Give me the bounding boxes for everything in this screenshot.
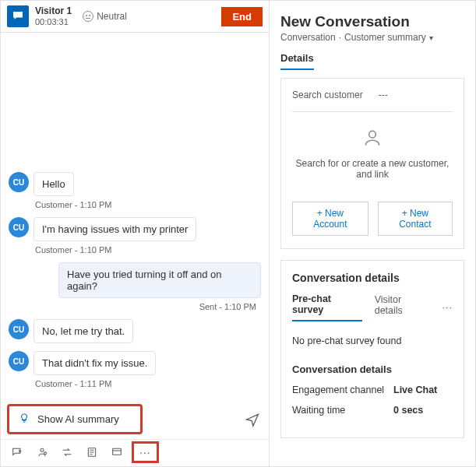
app-root: Visitor 1 00:03:31 Neutral End CU Hello … bbox=[0, 0, 476, 467]
kv-key: Waiting time bbox=[292, 405, 393, 416]
search-customer-value: --- bbox=[379, 90, 388, 100]
svg-point-4 bbox=[369, 131, 376, 138]
message-row: CU Hello bbox=[9, 172, 261, 196]
conversation-details-card: Conversation details Pre-chat survey Vis… bbox=[280, 260, 464, 438]
ai-summary-bar: Show AI summary bbox=[1, 399, 269, 439]
svg-point-0 bbox=[41, 448, 44, 451]
prechat-empty-message: No pre-chat survey found bbox=[292, 335, 453, 346]
tab-visitor-details[interactable]: Visitor details bbox=[375, 294, 430, 321]
conversation-details-section-title: Conversation details bbox=[292, 363, 453, 375]
side-panel: New Conversation Conversation · Customer… bbox=[270, 1, 475, 466]
message-bubble-incoming: I'm having issues with my printer bbox=[33, 217, 196, 241]
message-meta: Customer - 1:11 PM bbox=[35, 379, 261, 388]
chat-toolbar: ··· bbox=[1, 439, 269, 466]
message-row: Have you tried turning it off and on aga… bbox=[9, 262, 261, 298]
kv-row: Waiting time 0 secs bbox=[292, 405, 453, 416]
new-account-button[interactable]: + New Account bbox=[292, 202, 368, 236]
transcript-spacer bbox=[9, 39, 261, 172]
message-meta: Sent - 1:10 PM bbox=[9, 302, 256, 311]
chat-header: Visitor 1 00:03:31 Neutral End bbox=[1, 1, 269, 33]
message-bubble-outgoing: Have you tried turning it off and on aga… bbox=[58, 262, 261, 298]
tab-prechat-survey[interactable]: Pre-chat survey bbox=[292, 293, 362, 321]
conversation-details-tabs: Pre-chat survey Visitor details ··· bbox=[292, 293, 453, 321]
knowledge-icon[interactable] bbox=[110, 445, 124, 459]
customer-card: Search customer --- Search for or create… bbox=[280, 78, 464, 249]
message-bubble-incoming: Hello bbox=[33, 172, 74, 196]
customer-avatar: CU bbox=[9, 217, 29, 237]
breadcrumb-conversation: Conversation bbox=[280, 32, 336, 43]
message-meta: Customer - 1:10 PM bbox=[35, 245, 261, 255]
more-actions-button[interactable]: ··· bbox=[135, 444, 156, 460]
message-row: CU That didn't fix my issue. bbox=[9, 351, 261, 375]
search-customer-label: Search customer bbox=[292, 90, 363, 100]
svg-rect-3 bbox=[113, 448, 122, 455]
neutral-face-icon bbox=[83, 11, 93, 22]
kv-key: Engagement channel bbox=[292, 384, 393, 395]
svg-point-1 bbox=[44, 452, 47, 455]
kv-value: Live Chat bbox=[393, 384, 437, 395]
chat-panel: Visitor 1 00:03:31 Neutral End CU Hello … bbox=[1, 1, 270, 466]
customer-avatar: CU bbox=[9, 172, 29, 192]
transfer-icon[interactable] bbox=[60, 445, 74, 459]
end-button[interactable]: End bbox=[221, 7, 263, 26]
customer-empty-state: Search for or create a new customer, and… bbox=[292, 128, 453, 236]
message-bubble-incoming: That didn't fix my issue. bbox=[33, 351, 156, 375]
sentiment-indicator: Neutral bbox=[83, 11, 127, 22]
show-ai-summary-button[interactable]: Show AI summary bbox=[9, 406, 141, 433]
conversation-details-title: Conversation details bbox=[292, 272, 453, 284]
quick-replies-icon[interactable] bbox=[10, 445, 24, 459]
breadcrumb-customer-summary: Customer summary bbox=[344, 32, 426, 43]
customer-avatar: CU bbox=[9, 351, 29, 371]
customer-avatar: CU bbox=[9, 319, 29, 339]
customer-hint: Search for or create a new customer, and… bbox=[292, 158, 453, 180]
session-timer: 00:03:31 bbox=[35, 16, 72, 27]
search-customer-row[interactable]: Search customer --- bbox=[292, 90, 453, 112]
ai-summary-label: Show AI summary bbox=[37, 413, 119, 425]
send-button[interactable] bbox=[244, 411, 261, 428]
tab-details[interactable]: Details bbox=[280, 52, 314, 70]
new-contact-button[interactable]: + New Contact bbox=[378, 202, 453, 236]
visitor-info: Visitor 1 00:03:31 bbox=[35, 5, 72, 27]
person-icon bbox=[362, 128, 383, 150]
message-bubble-incoming: No, let me try that. bbox=[33, 319, 133, 343]
message-row: CU No, let me try that. bbox=[9, 319, 261, 343]
chat-channel-icon bbox=[7, 5, 29, 27]
breadcrumb[interactable]: Conversation · Customer summary ▾ bbox=[280, 32, 464, 43]
message-row: CU I'm having issues with my printer bbox=[9, 217, 261, 241]
visitor-name: Visitor 1 bbox=[35, 5, 72, 16]
kv-value: 0 secs bbox=[393, 405, 423, 416]
sentiment-label: Neutral bbox=[97, 11, 127, 22]
chat-transcript: CU Hello Customer - 1:10 PM CU I'm havin… bbox=[1, 33, 269, 399]
page-title: New Conversation bbox=[280, 13, 464, 30]
kv-row: Engagement channel Live Chat bbox=[292, 384, 453, 395]
conversation-details-more[interactable]: ··· bbox=[443, 302, 453, 313]
chevron-down-icon: ▾ bbox=[429, 33, 433, 42]
notes-icon[interactable] bbox=[85, 445, 99, 459]
message-meta: Customer - 1:10 PM bbox=[35, 200, 261, 209]
lightbulb-icon bbox=[19, 413, 30, 426]
create-customer-buttons: + New Account + New Contact bbox=[292, 202, 453, 236]
consult-agent-icon[interactable] bbox=[35, 445, 49, 459]
